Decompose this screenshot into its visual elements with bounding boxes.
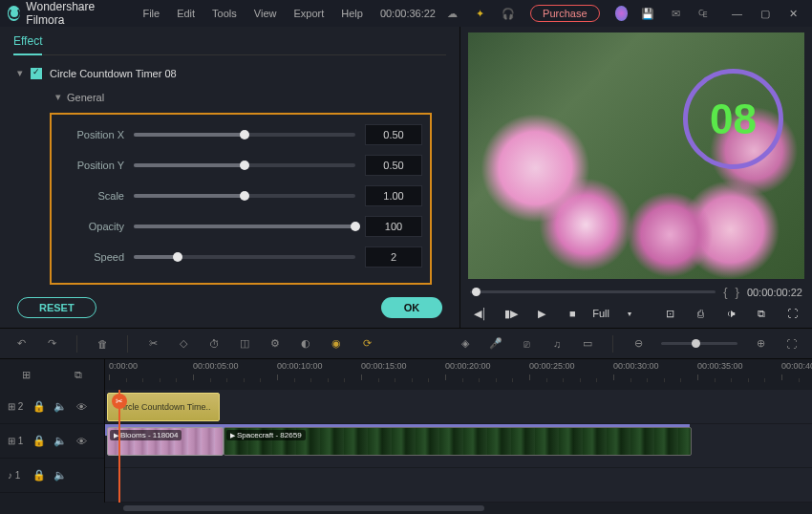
lock-icon[interactable]: 🔒 (32, 435, 46, 447)
zoom-in-button[interactable]: ⊕ (753, 336, 768, 352)
reset-button[interactable]: RESET (17, 297, 96, 318)
slider-speed[interactable] (134, 255, 355, 259)
menu-file[interactable]: File (137, 6, 165, 21)
time-ruler[interactable]: 0:00:0000:00:05:0000:00:10:0000:00:15:00… (105, 359, 812, 390)
value-position-x[interactable]: 0.50 (365, 124, 422, 145)
color-icon[interactable]: ◐ (298, 336, 313, 352)
headphones-icon[interactable]: 🎧 (501, 5, 515, 22)
menu-view[interactable]: View (248, 6, 283, 21)
mute-icon[interactable]: 🔈 (53, 435, 67, 447)
quality-dropdown[interactable]: Full (592, 308, 609, 319)
lock-icon[interactable]: 🔒 (32, 469, 46, 482)
chevron-down-icon[interactable]: ▾ (621, 305, 638, 322)
adjust-icon[interactable]: ⚙ (267, 336, 283, 352)
tab-effect[interactable]: Effect (13, 34, 42, 55)
menu-tools[interactable]: Tools (206, 6, 243, 21)
menu-export[interactable]: Export (288, 6, 330, 21)
slider-opacity[interactable] (134, 225, 355, 228)
download-icon[interactable]: ₠ (696, 5, 711, 22)
value-speed[interactable]: 2 (365, 246, 422, 268)
zoom-slider[interactable] (661, 342, 737, 345)
speed-icon[interactable]: ⏱ (206, 336, 222, 352)
zoom-fit-button[interactable]: ⛶ (783, 336, 799, 352)
tips-icon[interactable]: ✦ (473, 5, 487, 22)
marker-icon[interactable]: ◈ (458, 336, 473, 352)
purchase-button[interactable]: Purchase (530, 5, 599, 22)
track-options-icon[interactable]: ⊞ (18, 367, 33, 382)
mute-icon[interactable]: 🔈 (53, 469, 67, 482)
menu-edit[interactable]: Edit (171, 6, 201, 21)
zoom-out-button[interactable]: ⊖ (630, 336, 646, 352)
label-opacity: Opacity (59, 221, 124, 232)
ruler-label: 00:00:20:00 (445, 361, 491, 371)
value-position-y[interactable]: 0.50 (365, 155, 422, 176)
ok-button[interactable]: OK (381, 297, 443, 318)
keyframe-icon[interactable]: ◉ (329, 336, 344, 352)
popout-icon[interactable]: ⧉ (753, 305, 770, 322)
snapshot-icon[interactable]: ⎙ (692, 305, 709, 322)
save-icon[interactable]: 💾 (641, 5, 655, 22)
mic-icon[interactable]: 🎤 (488, 336, 503, 352)
preview-timecode: 00:00:00:22 (747, 287, 802, 298)
ruler-label: 00:00:35:00 (697, 361, 743, 371)
value-scale[interactable]: 1.00 (365, 185, 422, 206)
mixer-icon[interactable]: ⎚ (519, 336, 534, 352)
display-icon[interactable]: ⊡ (661, 305, 678, 322)
minimize-button[interactable]: ― (726, 5, 748, 22)
maximize-button[interactable]: ▢ (754, 5, 776, 22)
step-back-button[interactable]: ▮▶ (502, 305, 520, 322)
ruler-label: 0:00:00 (109, 361, 138, 371)
volume-icon[interactable]: 🕩 (722, 305, 739, 322)
mute-icon[interactable]: 🔈 (53, 400, 67, 413)
clip-video-blooms[interactable]: ▶Blooms - 118004 (107, 427, 224, 456)
timeline-scrollbar[interactable] (0, 503, 812, 514)
delete-button[interactable]: 🗑 (95, 336, 110, 352)
preview-panel: 08 { } 00:00:00:22 ◀│ ▮▶ ▶ ■ Full ▾ (460, 27, 812, 328)
collapse-general-icon[interactable]: ▾ (55, 91, 61, 103)
tag-icon[interactable]: ◇ (176, 336, 191, 352)
mark-in-icon[interactable]: { (723, 285, 727, 299)
menu-help[interactable]: Help (335, 6, 369, 21)
cloud-icon[interactable]: ☁ (445, 5, 459, 22)
clip-video-spacecraft[interactable]: ▶Spacecraft - 82659 (224, 427, 692, 456)
slider-position-y[interactable] (134, 163, 355, 167)
visibility-icon[interactable]: 👁 (75, 401, 88, 413)
countdown-number: 08 (710, 96, 757, 143)
app-logo-icon (8, 6, 20, 21)
notify-icon[interactable]: ✉ (669, 5, 683, 22)
slider-position-x[interactable] (134, 133, 355, 137)
slider-scale[interactable] (134, 194, 355, 198)
lock-icon[interactable]: 🔒 (32, 400, 46, 413)
track-label-overlay-2: ⊞ 2 (8, 401, 25, 412)
fullscreen-icon[interactable]: ⛶ (783, 305, 801, 322)
music-icon[interactable]: ♫ (549, 336, 565, 352)
account-icon[interactable] (615, 6, 628, 21)
close-button[interactable]: ✕ (782, 5, 804, 22)
tracks-area[interactable]: ✂ ircle Countdown Time.. ▶Blooms - 11800… (105, 390, 812, 503)
label-scale: Scale (59, 190, 124, 202)
stop-button[interactable]: ■ (564, 305, 581, 322)
motion-icon[interactable]: ⟳ (359, 336, 374, 352)
effect-enable-checkbox[interactable] (31, 68, 42, 79)
crop-icon[interactable]: ◫ (237, 336, 252, 352)
redo-button[interactable]: ↷ (44, 336, 59, 352)
app-name: Wondershare Filmora (26, 0, 118, 27)
collapse-effect-icon[interactable]: ▾ (17, 67, 23, 79)
ruler-label: 00:00:15:00 (361, 361, 407, 371)
undo-button[interactable]: ↶ (13, 336, 29, 352)
preview-scrubber[interactable] (470, 290, 716, 293)
clip-spacecraft-label: Spacecraft - 82659 (237, 431, 302, 439)
track-head-audio-1: ♪ 1 🔒 🔈 (0, 459, 104, 493)
prev-frame-button[interactable]: ◀│ (472, 305, 489, 322)
split-button[interactable]: ✂ (145, 336, 160, 352)
render-icon[interactable]: ▭ (580, 336, 595, 352)
track-label-audio-1: ♪ 1 (8, 470, 25, 481)
playhead-split-icon[interactable]: ✂ (112, 394, 127, 409)
value-opacity[interactable]: 100 (365, 216, 422, 237)
label-position-y: Position Y (59, 160, 124, 171)
mark-out-icon[interactable]: } (736, 285, 739, 299)
play-button[interactable]: ▶ (533, 305, 550, 322)
visibility-icon[interactable]: 👁 (75, 436, 88, 447)
link-icon[interactable]: ⧉ (71, 367, 86, 382)
preview-viewport[interactable]: 08 (468, 32, 804, 279)
